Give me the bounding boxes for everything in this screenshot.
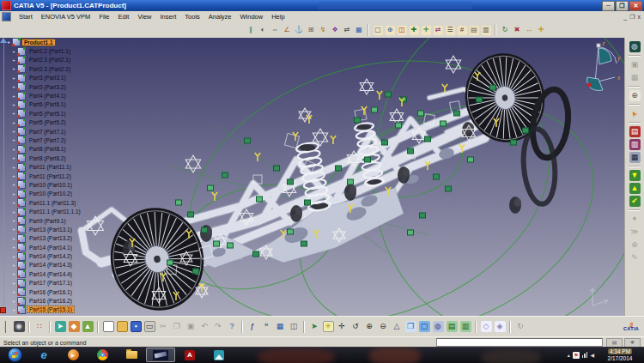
taskbar-adobe-reader[interactable]: A [175,348,204,362]
tree-expander[interactable]: + [10,200,17,205]
tree-node-part10-part10.1-[interactable]: +Part10 (Part10.1) [0,180,112,189]
capture-camera-icon[interactable]: ◉ [13,320,26,333]
taskbar-media-player[interactable]: ▶ [58,348,88,362]
tree-node-part11.1-part11.3-[interactable]: +Part11.1 (Part11.3) [0,198,112,207]
tree-expander[interactable]: + [10,102,17,107]
offset-constraint-icon[interactable]: ⇔ [270,25,281,36]
command-input[interactable] [436,338,603,347]
tree-node-part13-part13.1-[interactable]: +Part13 (Part13.1) [0,225,112,233]
new-document-icon[interactable] [102,320,115,333]
menu-help[interactable]: Help [267,13,289,21]
taskbar-file-explorer[interactable] [117,348,146,362]
tree-node-part7-part7.2-[interactable]: +Part7 (Part7.2) [0,136,112,144]
insert-existing-positioned-icon[interactable]: ✛ [421,25,432,36]
tree-node-part14-part14.4-[interactable]: +Part14 (Part14.4) [0,269,112,278]
mdi-close-button[interactable]: x [638,14,641,21]
tree-node-part17-part17.1-[interactable]: +Part17 (Part17.1) [0,279,112,287]
measure-item-icon[interactable]: ✛ [536,25,547,36]
tree-node-part2.3-part2.2-[interactable]: +Part2.3 (Part2.2) [0,64,112,73]
zoom-out-icon[interactable]: ⊖ [377,320,390,333]
enovia-world-icon[interactable]: ◍ [629,40,641,53]
tree-expander[interactable]: + [10,245,17,250]
select-arrow-icon[interactable]: ➤ [629,107,641,120]
tree-expander[interactable]: + [10,111,17,116]
tree-expander[interactable]: + [10,227,17,232]
zoom-in-icon[interactable]: ⊕ [363,320,376,333]
macro-green-icon[interactable]: ▲ [82,320,94,333]
tree-expander[interactable]: + [10,281,17,286]
graph-tree-reordering-icon[interactable]: ☰ [445,25,456,36]
tree-node-part14-part14.3-[interactable]: +Part14 (Part14.3) [0,261,112,269]
screen-layout-1-icon[interactable]: ▤ [446,320,459,333]
tree-node-part1.2-part1.1-[interactable]: +Part1.2 (Part1.1) [0,46,112,55]
update-all-icon[interactable]: ↻ [500,25,511,36]
tree-node-part9-part9.1-[interactable]: +Part9 (Part9.1) [0,216,112,225]
insert-product-icon[interactable]: ⊕ [385,25,396,36]
fix-together-icon[interactable]: ⊞ [306,25,317,36]
tree-expander[interactable]: + [10,236,17,241]
tree-expander[interactable]: + [10,263,17,268]
tree-node-part14-part14.2-[interactable]: +Part14 (Part14.2) [0,251,112,260]
tree-node-part11-part11.1-[interactable]: +Part11 (Part11.1) [0,162,112,171]
tree-node-part4-part4.1-[interactable]: +Part4 (Part4.1) [0,91,112,100]
pan-icon[interactable]: ✛ [336,320,349,333]
tree-node-part6-part6.1-[interactable]: +Part6 (Part6.1) [0,100,112,109]
minimize-button[interactable]: ─ [602,1,615,11]
macro-orange-icon[interactable]: ◆ [68,320,81,333]
pointer-snap-icon[interactable]: ⊕ [629,89,641,102]
normal-view-icon[interactable]: △ [391,320,404,333]
taskbar-clock[interactable]: 4:34 PM 2/17/2014 [598,348,642,362]
insert-component-icon[interactable]: ▢ [373,25,384,36]
bill-of-material-icon[interactable]: ▦ [629,151,641,164]
save-document-icon[interactable]: ▪ [130,320,143,333]
isometric-view-icon[interactable]: ▢ [418,320,431,333]
tree-expander[interactable]: + [10,165,17,170]
tree-node-part14-part14.1-[interactable]: +Part14 (Part14.1) [0,243,112,251]
ppr-workbench-icon[interactable]: ∷ [33,320,46,333]
tree-expander[interactable]: + [10,299,17,304]
tree-expander[interactable]: + [10,218,17,223]
menu-file[interactable]: File [94,13,113,21]
tree-node-part7-part7.1-[interactable]: +Part7 (Part7.1) [0,127,112,136]
tree-expander[interactable]: + [10,182,17,187]
tree-node-part3-part3.2-[interactable]: +Part3 (Part3.2) [0,82,112,91]
knowledge-fx-icon[interactable]: ƒ [246,320,259,333]
menu-analyze[interactable]: Analyze [204,13,236,21]
fly-mode-icon[interactable]: ➤ [308,320,321,333]
menu-window[interactable]: Window [236,13,268,21]
generate-numbering-icon[interactable]: # [457,25,468,36]
tree-node-part13-part13.2-[interactable]: +Part13 (Part13.2) [0,234,112,243]
coincidence-constraint-icon[interactable]: ∥ [246,25,257,36]
taskbar-photo-viewer[interactable] [204,348,234,362]
tree-node-part5-part5.1-[interactable]: +Part5 (Part5.1) [0,109,112,118]
angle-constraint-icon[interactable]: ∠ [282,25,293,36]
product-analysis-icon[interactable]: ▥ [629,138,641,151]
print-document-icon[interactable]: ▭ [143,320,156,333]
mdi-restore-button[interactable]: ❐ [629,14,635,21]
selective-load-icon[interactable]: ▤ [469,25,480,36]
rotate-icon[interactable]: ↺ [349,320,362,333]
tree-expander[interactable]: + [10,254,17,259]
tree-expander[interactable]: + [10,120,17,125]
insert-part-icon[interactable]: ◫ [397,25,408,36]
tree-expander[interactable]: + [10,155,17,160]
tree-node-part8-part8.1-[interactable]: +Part8 (Part8.1) [0,145,112,154]
network-icon[interactable] [582,352,588,358]
replace-component-icon[interactable]: ⇄ [433,25,444,36]
tree-node-part8-part8.2-[interactable]: +Part8 (Part8.2) [0,154,112,162]
tree-expander[interactable]: + [5,39,12,45]
tree-expander[interactable]: + [10,307,17,312]
insert-existing-component-icon[interactable]: ✚ [409,25,420,36]
tree-node-part5-part5.2-[interactable]: +Part5 (Part5.2) [0,118,112,127]
hide-show-icon[interactable]: ◇ [480,320,493,333]
tree-expander[interactable]: + [10,209,17,215]
save-management-3-icon[interactable]: ✔ [629,195,641,208]
taskbar-chrome[interactable] [88,348,117,362]
manage-representations-icon[interactable]: ▥ [481,25,492,36]
menu-start[interactable]: Start [15,13,37,21]
save-management-2-icon[interactable]: ▲ [629,182,641,195]
tree-expander[interactable]: + [10,94,17,99]
menu-edit[interactable]: Edit [113,13,133,21]
anchor-constraint-icon[interactable]: ⚓ [294,25,305,36]
render-style-icon[interactable]: ◍ [432,320,445,333]
